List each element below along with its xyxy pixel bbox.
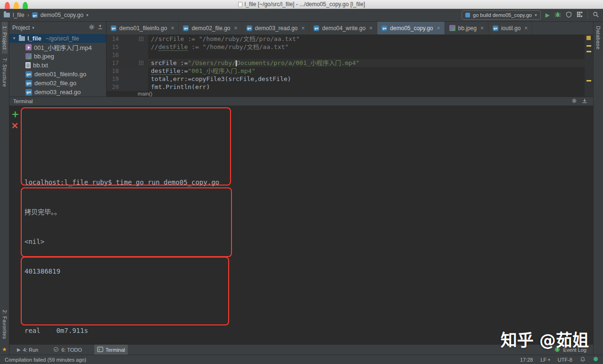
project-view-selector[interactable]: Project bbox=[12, 24, 30, 31]
hide-panel-icon[interactable] bbox=[582, 98, 587, 105]
project-tree: ▼ l_file ~/go/src/l_file 001_小程序入门.mp4 b… bbox=[9, 34, 106, 97]
search-everywhere-button[interactable] bbox=[593, 11, 599, 19]
debug-button[interactable] bbox=[554, 11, 561, 19]
tree-item-bb-jpeg[interactable]: bb.jpeg bbox=[9, 52, 106, 61]
tree-expand-icon[interactable]: ▼ bbox=[12, 36, 17, 40]
warning-mark[interactable] bbox=[586, 80, 591, 81]
coverage-button[interactable] bbox=[566, 11, 572, 19]
code-editor[interactable]: 14− //srcFile := "/home/ruby/文档/pro/aa.t… bbox=[107, 35, 585, 97]
chevron-down-icon: ▾ bbox=[548, 357, 550, 362]
code-line-15: 15 //destFile := "/home/ruby/文档/aa.txt" bbox=[107, 43, 585, 51]
tree-item-demo03[interactable]: go demo03_read.go bbox=[9, 88, 106, 97]
tab-demo05-selected[interactable]: go demo05_copy.go × bbox=[377, 22, 445, 34]
warning-mark[interactable] bbox=[586, 51, 591, 52]
project-panel: Project ▾ ▼ l_file ~/go/src/l_file 001_小… bbox=[9, 22, 107, 97]
go-file-icon: go bbox=[183, 25, 189, 31]
tab-demo02[interactable]: go demo02_file.go × bbox=[179, 22, 242, 34]
editor-breadcrumb[interactable]: main() bbox=[107, 91, 585, 97]
fold-icon[interactable]: − bbox=[139, 61, 143, 65]
tool-button-structure[interactable]: 7: Structure bbox=[2, 54, 8, 91]
tab-bb-jpeg[interactable]: bb.jpeg × bbox=[445, 22, 488, 34]
tree-item-mp4[interactable]: 001_小程序入门.mp4 bbox=[9, 43, 106, 52]
tool-button-todo[interactable]: 6: TODO bbox=[50, 345, 85, 355]
run-toolbar: go build demo05_copy.go ▾ ▶ bbox=[462, 10, 599, 20]
breadcrumb-project[interactable]: l_file bbox=[13, 12, 25, 18]
tool-button-run[interactable]: ▶ 4: Run bbox=[14, 345, 41, 355]
tree-item-demo01[interactable]: go demo01_fileinfo.go bbox=[9, 70, 106, 79]
run-config-icon bbox=[465, 13, 470, 17]
clock: 17:28 bbox=[520, 357, 533, 363]
tree-root-l_file[interactable]: ▼ l_file ~/go/src/l_file bbox=[9, 34, 106, 43]
tool-button-favorites[interactable]: 2: Favorites bbox=[2, 306, 8, 343]
terminal-header: Terminal bbox=[9, 97, 593, 106]
close-icon[interactable]: × bbox=[437, 25, 440, 32]
notifications-bell-icon[interactable] bbox=[580, 356, 586, 363]
chevron-down-icon[interactable]: ▾ bbox=[86, 13, 89, 17]
text-file-icon bbox=[25, 62, 31, 68]
close-icon[interactable]: × bbox=[301, 25, 305, 32]
terminal-line: <nil> bbox=[25, 237, 30, 247]
todo-icon bbox=[53, 347, 59, 353]
inspection-indicator[interactable] bbox=[586, 36, 591, 40]
annotation-box-2 bbox=[21, 187, 232, 257]
encoding-selector[interactable]: UTF-8 bbox=[558, 357, 572, 363]
tool-button-project[interactable]: 1: Project bbox=[2, 22, 8, 54]
go-file-icon: go bbox=[25, 89, 32, 96]
annotation-cross-icon: × bbox=[11, 120, 19, 131]
collapse-all-icon[interactable] bbox=[97, 24, 103, 32]
terminal-line: 拷贝完毕。。 bbox=[25, 207, 30, 217]
breadcrumb-file[interactable]: demo05_copy.go bbox=[41, 12, 83, 18]
close-icon[interactable]: × bbox=[171, 25, 174, 32]
project-panel-header: Project ▾ bbox=[9, 22, 106, 34]
close-icon[interactable]: × bbox=[524, 25, 528, 32]
tool-button-terminal[interactable]: Terminal bbox=[94, 345, 128, 355]
annotation-box-3 bbox=[21, 257, 229, 325]
go-file-icon: go bbox=[381, 25, 387, 31]
gear-icon[interactable] bbox=[571, 98, 577, 105]
tree-root-path: ~/go/src/l_file bbox=[46, 35, 79, 42]
chevron-down-icon[interactable]: ▾ bbox=[32, 25, 34, 30]
terminal-icon bbox=[97, 347, 103, 353]
ide-window: l_file [~/go/src/l_file] - .../demo05_co… bbox=[0, 0, 603, 364]
main-toolbar: l_file › go demo05_copy.go ▾ go build de… bbox=[0, 9, 603, 22]
go-file-icon: go bbox=[247, 25, 252, 31]
video-file-icon bbox=[25, 44, 32, 50]
warning-mark[interactable] bbox=[586, 45, 591, 47]
tab-demo04[interactable]: go demo04_write.go × bbox=[309, 22, 377, 34]
tab-ioutil[interactable]: go ioutil.go × bbox=[488, 22, 532, 34]
terminal-line bbox=[25, 296, 30, 306]
run-button[interactable]: ▶ bbox=[545, 12, 550, 18]
status-message[interactable]: Compilation failed (59 minutes ago) bbox=[5, 357, 86, 363]
folder-icon bbox=[4, 13, 10, 17]
close-icon[interactable]: × bbox=[234, 25, 238, 32]
tab-demo01[interactable]: go demo01_fileinfo.go × bbox=[107, 22, 179, 34]
window-title: l_file [~/go/src/l_file] - .../demo05_co… bbox=[238, 1, 365, 8]
go-file-icon: go bbox=[32, 12, 38, 18]
code-line-19: 19 total,err:=copyFile3(srcFile,destFile… bbox=[107, 75, 585, 83]
go-file-icon: go bbox=[111, 25, 116, 31]
toolbar-separator bbox=[587, 11, 588, 19]
close-icon[interactable]: × bbox=[369, 25, 372, 32]
terminal-line: localhost:l_file ruby$ time go run demo0… bbox=[25, 178, 30, 187]
folder-icon bbox=[19, 36, 25, 41]
fold-icon[interactable]: − bbox=[139, 37, 143, 41]
tool-button-database[interactable]: Database bbox=[595, 22, 601, 54]
close-icon[interactable]: × bbox=[480, 25, 484, 32]
profiler-button[interactable] bbox=[577, 11, 583, 19]
line-separator-selector[interactable]: LF▾ bbox=[540, 357, 550, 363]
run-configuration-select[interactable]: go build demo05_copy.go ▾ bbox=[462, 10, 541, 20]
tree-item-demo02[interactable]: go demo02_file.go bbox=[9, 79, 106, 88]
tab-demo03[interactable]: go demo03_read.go × bbox=[242, 22, 310, 34]
terminal-line: 401386819 bbox=[25, 267, 30, 276]
status-bar: Compilation failed (59 minutes ago) 17:2… bbox=[0, 355, 603, 364]
go-file-icon: go bbox=[314, 25, 319, 31]
tree-item-bb-txt[interactable]: bb.txt bbox=[9, 61, 106, 70]
tree-root-name: l_file bbox=[27, 35, 41, 42]
code-line-17-current: 17− srcFile :="/Users/ruby/Documents/pro… bbox=[107, 59, 585, 67]
error-stripe bbox=[585, 35, 593, 97]
terminal-output[interactable]: + × localhost:l_file ruby$ time go run d… bbox=[9, 106, 593, 344]
highlighting-level-icon[interactable] bbox=[593, 356, 598, 363]
chevron-down-icon: ▾ bbox=[535, 13, 537, 17]
gear-icon[interactable] bbox=[89, 24, 95, 32]
image-file-icon bbox=[25, 53, 32, 59]
